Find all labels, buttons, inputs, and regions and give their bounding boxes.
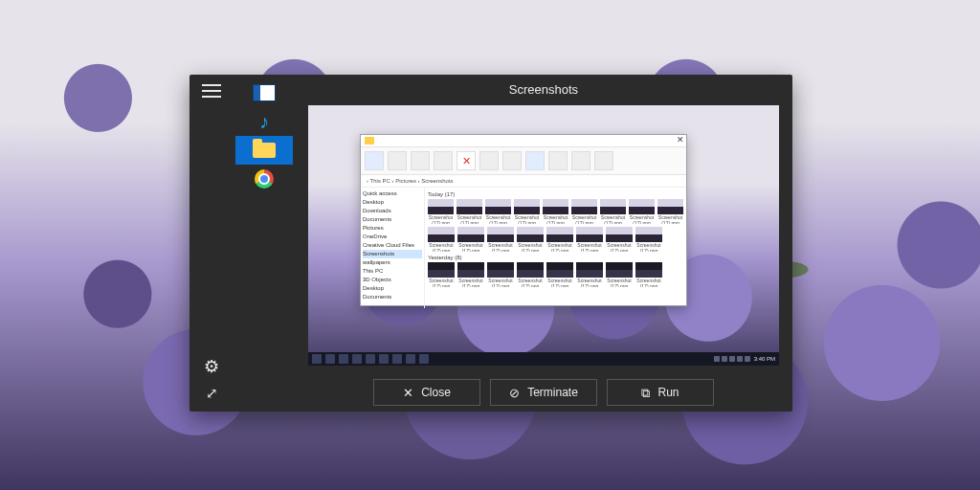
rail-task-view[interactable] — [235, 78, 293, 107]
rail-music[interactable]: ♪ — [235, 107, 293, 136]
hamburger-menu-icon[interactable] — [202, 84, 221, 98]
nav-item: OneDrive — [363, 233, 422, 241]
nav-item: Documents — [363, 293, 422, 301]
file-thumbnail: Screenshot (17).png — [428, 227, 455, 252]
file-thumbnail: Screenshot (17).png — [457, 262, 484, 287]
close-button-label: Close — [421, 386, 451, 399]
task-view-icon — [253, 84, 276, 101]
app-rail: ♪ — [234, 75, 295, 412]
file-thumbnail: Screenshot (17).png — [606, 227, 633, 252]
rail-chrome[interactable] — [235, 165, 293, 193]
task-switcher-panel: ⚙ ⤢ ♪ Screenshots ✕ — [189, 75, 792, 412]
nav-item: Desktop — [363, 198, 422, 207]
explorer-address-bar: › This PC › Pictures › Screenshots — [361, 175, 686, 188]
explorer-ribbon — [361, 147, 686, 175]
music-note-icon: ♪ — [259, 112, 269, 131]
nav-item: Screenshots — [363, 250, 422, 258]
prohibit-icon: ⊘ — [509, 387, 520, 399]
terminate-button[interactable]: ⊘ Terminate — [490, 379, 597, 406]
chrome-icon — [255, 169, 274, 189]
panel-title: Screenshots — [295, 75, 792, 103]
panel-main: Screenshots ✕ › This PC › Pictures › Scr… — [295, 75, 792, 412]
nav-item: Desktop — [363, 284, 422, 293]
explorer-window: ✕ › This PC › Pictures › Screenshots Qui… — [360, 134, 687, 306]
file-thumbnail: Screenshot (17).png — [635, 262, 662, 287]
preview-taskbar: 3:40 PM — [308, 352, 779, 366]
nav-item: Quick access — [363, 189, 422, 198]
folder-icon — [253, 143, 276, 158]
file-thumbnail: Screenshot (17).png — [543, 199, 568, 224]
file-thumbnail: Screenshot (17).png — [485, 199, 511, 224]
group-header: Yesterday (8) — [428, 255, 683, 260]
explorer-titlebar: ✕ — [361, 135, 686, 147]
nav-item: Documents — [363, 215, 422, 224]
rail-file-explorer[interactable] — [235, 136, 293, 165]
file-thumbnail: Screenshot (17).png — [635, 227, 662, 252]
file-thumbnail: Screenshot (17).png — [571, 199, 597, 224]
file-thumbnail: Screenshot (17).png — [487, 227, 514, 252]
window-preview[interactable]: ✕ › This PC › Pictures › Screenshots Qui… — [308, 105, 779, 366]
file-thumbnail: Screenshot (17).png — [576, 262, 603, 287]
settings-gear-icon[interactable]: ⚙ — [204, 356, 219, 377]
folder-icon — [365, 137, 374, 145]
file-thumbnail: Screenshot (17).png — [428, 199, 454, 224]
close-icon: ✕ — [677, 135, 684, 145]
file-thumbnail: Screenshot (17).png — [600, 199, 626, 224]
panel-left-controls: ⚙ ⤢ — [189, 75, 234, 412]
close-button[interactable]: ✕ Close — [373, 379, 480, 406]
taskbar-clock: 3:40 PM — [754, 356, 775, 362]
nav-item: 3D Objects — [363, 276, 422, 284]
file-thumbnail: Screenshot (17).png — [517, 262, 544, 287]
explorer-file-grid: Today (17)Screenshot (17).pngScreenshot … — [425, 188, 686, 308]
file-thumbnail: Screenshot (17).png — [606, 262, 633, 287]
file-thumbnail: Screenshot (17).png — [576, 227, 603, 252]
nav-item: This PC — [363, 267, 422, 276]
run-icon: ⧉ — [641, 387, 650, 399]
file-thumbnail: Screenshot (17).png — [514, 199, 540, 224]
nav-item: wallpapers — [363, 258, 422, 267]
group-header: Today (17) — [428, 191, 683, 197]
panel-footer: ✕ Close ⊘ Terminate ⧉ Run — [295, 373, 792, 412]
run-button-label: Run — [657, 386, 679, 399]
file-thumbnail: Screenshot (17).png — [629, 199, 655, 224]
nav-item: Creative Cloud Files — [363, 241, 422, 250]
nav-item: Downloads — [363, 207, 422, 215]
file-thumbnail: Screenshot (17).png — [487, 262, 514, 287]
file-thumbnail: Screenshot (17).png — [517, 227, 544, 252]
file-thumbnail: Screenshot (17).png — [546, 262, 573, 287]
explorer-nav-pane: Quick accessDesktopDownloadsDocumentsPic… — [361, 188, 425, 308]
run-button[interactable]: ⧉ Run — [607, 379, 714, 406]
file-thumbnail: Screenshot (17).png — [457, 199, 482, 224]
fullscreen-expand-icon[interactable]: ⤢ — [206, 385, 217, 402]
file-thumbnail: Screenshot (17).png — [657, 199, 683, 224]
start-icon — [312, 354, 322, 364]
terminate-button-label: Terminate — [527, 386, 578, 399]
x-icon: ✕ — [403, 387, 413, 399]
file-thumbnail: Screenshot (17).png — [428, 262, 455, 287]
file-thumbnail: Screenshot (17).png — [457, 227, 484, 252]
file-thumbnail: Screenshot (17).png — [546, 227, 573, 252]
nav-item: Pictures — [363, 224, 422, 233]
system-tray: 3:40 PM — [714, 356, 775, 362]
